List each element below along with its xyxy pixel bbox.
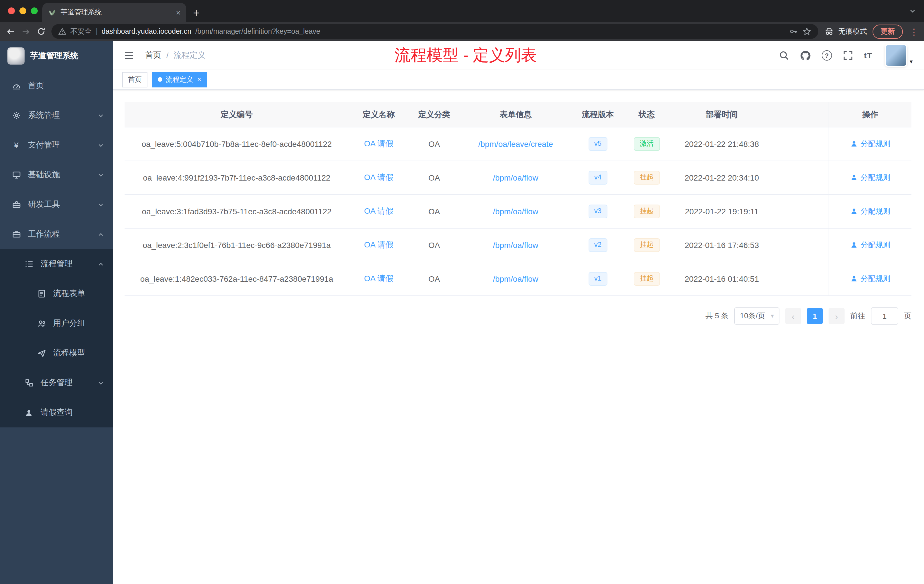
close-window-button[interactable]	[8, 7, 15, 14]
spacer-cell	[775, 262, 829, 296]
tab-search-chevron-icon[interactable]	[909, 7, 916, 14]
github-icon[interactable]	[800, 50, 811, 61]
breadcrumb-home[interactable]: 首页	[145, 50, 161, 61]
user-icon	[24, 408, 34, 417]
sidebar-item-user-group[interactable]: 用户分组	[0, 308, 113, 338]
chevron-up-icon	[98, 261, 104, 267]
assign-rule-label: 分配规则	[861, 240, 890, 250]
definition-name-link[interactable]: OA 请假	[364, 240, 393, 249]
back-icon[interactable]	[6, 26, 15, 36]
table-row: oa_leave:3:1fad3d93-7b75-11ec-a3c8-acde4…	[125, 195, 911, 228]
definition-name-link[interactable]: OA 请假	[364, 206, 393, 215]
table-row: oa_leave:5:004b710b-7b8a-11ec-8ef0-acde4…	[125, 127, 911, 161]
table-row: oa_leave:2:3c1f0ef1-76b1-11ec-9c66-a2380…	[125, 228, 911, 262]
user-menu[interactable]: ▼	[886, 45, 914, 66]
assign-rule-link[interactable]: 分配规则	[850, 274, 890, 284]
browser-toolbar: 不安全 | dashboard.yudao.iocoder.cn /bpm/ma…	[0, 22, 924, 41]
form-link[interactable]: /bpm/oa/flow	[493, 207, 538, 216]
incognito-icon	[824, 26, 834, 36]
browser-window: 芋道管理系统 × + 不安全 | dashboard.yudao.iocoder…	[0, 0, 924, 584]
forward-icon[interactable]	[21, 26, 31, 36]
sidebar-item-label: 请假查询	[41, 407, 104, 418]
app-logo-avatar	[7, 48, 25, 64]
browser-tab[interactable]: 芋道管理系统 ×	[42, 3, 186, 22]
form-link[interactable]: /bpm/oa/flow	[493, 173, 538, 182]
definition-category: OA	[428, 241, 440, 250]
app-title: 芋道管理系统	[30, 51, 78, 61]
sidebar-item-process-form[interactable]: 流程表单	[0, 279, 113, 308]
reload-icon[interactable]	[36, 27, 46, 36]
warning-triangle-icon[interactable]	[58, 27, 66, 35]
avatar[interactable]	[886, 45, 906, 66]
chevron-down-icon	[98, 112, 104, 119]
update-button[interactable]: 更新	[873, 24, 903, 39]
prev-page-button[interactable]: ‹	[785, 308, 801, 324]
sidebar-item-label: 首页	[28, 81, 104, 91]
page-size-select[interactable]: 10条/页 ▼	[734, 307, 779, 325]
deploy-time: 2022-01-22 19:19:11	[685, 207, 759, 216]
sidebar-item-process-mgmt[interactable]: 流程管理	[0, 249, 113, 279]
new-tab-button[interactable]: +	[193, 7, 200, 18]
assign-rule-link[interactable]: 分配规则	[850, 139, 890, 149]
definition-name-link[interactable]: OA 请假	[364, 173, 393, 182]
tag-close-icon[interactable]: ×	[197, 76, 201, 83]
version-badge: v3	[589, 205, 607, 218]
version-badge: v1	[589, 272, 607, 285]
sidebar-collapse-icon[interactable]	[124, 50, 135, 61]
tab-title: 芋道管理系统	[61, 7, 172, 17]
deploy-time: 2022-01-16 17:46:53	[685, 241, 759, 250]
goto-page-input[interactable]	[871, 307, 898, 325]
spacer-cell	[775, 195, 829, 228]
sidebar-item-process-model[interactable]: 流程模型	[0, 338, 113, 368]
form-link[interactable]: /bpm/oa/leave/create	[478, 139, 553, 148]
briefcase-icon	[12, 229, 21, 239]
browser-menu-kebab-icon[interactable]: ⋮	[910, 27, 918, 36]
sidebar-item-devtools[interactable]: 研发工具	[0, 190, 113, 219]
security-label[interactable]: 不安全	[70, 26, 92, 36]
sidebar-item-workflow[interactable]: 工作流程	[0, 219, 113, 249]
chevron-down-icon	[98, 142, 104, 148]
active-dot	[158, 77, 162, 82]
sidebar-item-home[interactable]: 首页	[0, 71, 113, 101]
page-annotation-title: 流程模型 - 定义列表	[394, 45, 537, 66]
sidebar-item-payment[interactable]: ¥支付管理	[0, 130, 113, 160]
people-icon	[36, 318, 46, 328]
sidebar-item-system[interactable]: 系统管理	[0, 101, 113, 130]
definition-name-link[interactable]: OA 请假	[364, 139, 393, 148]
breadcrumb-current: 流程定义	[174, 50, 206, 61]
zoom-window-button[interactable]	[31, 7, 38, 14]
deploy-time: 2022-01-16 01:40:51	[685, 274, 759, 284]
definition-id: oa_leave:4:991f2193-7b7f-11ec-a3c8-acde4…	[143, 173, 330, 182]
address-bar[interactable]: 不安全 | dashboard.yudao.iocoder.cn /bpm/ma…	[51, 24, 818, 39]
key-icon[interactable]	[789, 27, 798, 36]
user-icon	[850, 275, 858, 282]
minimize-window-button[interactable]	[20, 7, 26, 14]
tab-close-icon[interactable]: ×	[176, 8, 181, 16]
assign-rule-link[interactable]: 分配规则	[850, 173, 890, 183]
search-icon[interactable]	[779, 50, 789, 61]
list-icon	[24, 259, 34, 269]
sidebar-item-label: 任务管理	[41, 378, 98, 388]
form-link[interactable]: /bpm/oa/flow	[493, 274, 538, 284]
definition-name-link[interactable]: OA 请假	[364, 274, 393, 283]
sidebar-item-label: 基础设施	[28, 170, 98, 180]
assign-rule-link[interactable]: 分配规则	[850, 240, 890, 250]
column-header-category: 定义分类	[409, 102, 460, 127]
sidebar-item-infra[interactable]: 基础设施	[0, 160, 113, 190]
form-link[interactable]: /bpm/oa/flow	[493, 241, 538, 250]
fullscreen-icon[interactable]	[843, 50, 853, 61]
definition-id: oa_leave:2:3c1f0ef1-76b1-11ec-9c66-a2380…	[143, 241, 330, 250]
sitemap-icon	[24, 378, 34, 388]
browser-tab-strip: 芋道管理系统 × +	[0, 0, 924, 22]
current-page-button[interactable]: 1	[807, 308, 823, 324]
help-icon[interactable]: ?	[822, 50, 832, 61]
tag-active[interactable]: 流程定义×	[152, 72, 207, 87]
next-page-button[interactable]: ›	[828, 308, 845, 324]
sidebar-item-task-mgmt[interactable]: 任务管理	[0, 368, 113, 398]
assign-rule-link[interactable]: 分配规则	[850, 206, 890, 216]
deploy-time: 2022-01-22 21:48:38	[685, 139, 759, 148]
sidebar-item-leave-query[interactable]: 请假查询	[0, 398, 113, 427]
bookmark-star-icon[interactable]	[802, 27, 812, 36]
tag-item[interactable]: 首页	[122, 72, 147, 87]
font-size-icon[interactable]: tT	[864, 51, 873, 60]
